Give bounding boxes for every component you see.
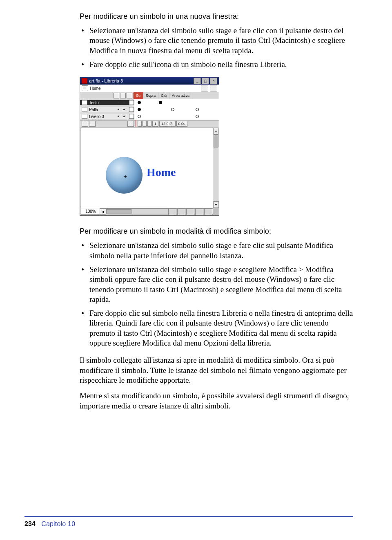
layer-name: Testo	[89, 100, 116, 105]
add-guide-button[interactable]	[89, 121, 96, 127]
footer-rule	[24, 516, 353, 517]
list-item: Selezionare un'istanza del simbolo sullo…	[89, 26, 353, 56]
list-item: Selezionare un'istanza del simbolo sullo…	[89, 241, 353, 261]
keyframe-icon[interactable]	[159, 101, 162, 104]
paragraph: Mentre si sta modificando un simbolo, è …	[80, 391, 353, 411]
titlebar: art.fla - Libreria:3 _ ▢ ×	[80, 77, 219, 85]
keyframe-icon[interactable]	[196, 108, 199, 111]
scroll-down-icon[interactable]: ▼	[213, 201, 219, 208]
eye-toggle-icon[interactable]	[114, 93, 119, 98]
window-title: art.fla - Libreria:3	[89, 78, 192, 83]
maximize-button[interactable]: ▢	[202, 78, 209, 84]
fps-label: 12.0 f/s	[159, 121, 176, 127]
layer-row[interactable]: Palla	[80, 106, 219, 113]
chapter-label: Capitolo 10	[41, 520, 75, 527]
onion-outline-button[interactable]	[143, 121, 147, 127]
scroll-thumb[interactable]	[214, 134, 218, 147]
layer-track[interactable]	[134, 106, 219, 113]
scroll-thumb[interactable]	[106, 209, 131, 214]
current-frame: 1	[152, 121, 158, 127]
status-icon	[168, 209, 176, 215]
status-icons	[168, 209, 212, 214]
page-footer: 234 Capitolo 10	[0, 516, 392, 528]
layer-track[interactable]	[134, 113, 219, 120]
keyframe-icon[interactable]	[171, 108, 174, 111]
add-layer-button[interactable]	[82, 121, 88, 127]
bullet-list-1: Selezionare un'istanza del simbolo sullo…	[80, 26, 353, 69]
ball-symbol[interactable]	[106, 157, 143, 194]
list-item: Fare doppio clic sull'icona di un simbol…	[89, 60, 353, 69]
scroll-left-icon[interactable]: ◀	[100, 209, 106, 214]
toolbar-button[interactable]	[210, 85, 217, 91]
layer-icon	[82, 107, 87, 112]
outline-color-icon[interactable]	[129, 107, 134, 112]
window-buttons: _ ▢ ×	[194, 78, 217, 84]
list-item: Fare doppio clic sul simbolo nella fines…	[89, 308, 353, 348]
app-icon	[82, 78, 87, 84]
stage[interactable]: Home	[81, 128, 213, 214]
page: Per modificare un simbolo in una nuova f…	[0, 0, 392, 540]
toolbar-button[interactable]	[201, 85, 208, 91]
outline-color-icon[interactable]	[129, 114, 134, 119]
list-item: Selezionare un'istanza del simbolo sullo…	[89, 265, 353, 304]
bullet-list-2: Selezionare un'istanza del simbolo sullo…	[80, 241, 353, 348]
tab-giu[interactable]: Giù	[158, 92, 169, 99]
layer-name: Palla	[89, 107, 116, 112]
layer-icon	[82, 100, 87, 105]
layer-icon	[82, 114, 87, 119]
tab-su[interactable]: Su	[134, 92, 143, 99]
lock-toggle-icon[interactable]	[120, 93, 126, 98]
heading-section-2: Per modificare un simbolo in modalità di…	[80, 227, 353, 236]
outline-color-icon[interactable]	[129, 100, 134, 105]
keyframe-icon[interactable]	[196, 115, 199, 118]
scroll-up-icon[interactable]: ▲	[213, 128, 219, 134]
timeline-footer: 1 12.0 f/s 0.0s	[80, 120, 219, 127]
paragraph: Il simbolo collegato all'istanza si apre…	[80, 355, 353, 385]
tab-area[interactable]: Area attiva	[169, 92, 192, 99]
minimize-button[interactable]: _	[194, 78, 201, 84]
status-icon	[204, 209, 212, 215]
elapsed-time: 0.0s	[176, 121, 187, 127]
layer-track[interactable]	[134, 99, 219, 106]
onion-skin-button[interactable]	[138, 121, 142, 127]
keyframe-icon[interactable]	[138, 115, 141, 118]
timeline-header: Su Sopra Giù Area attiva	[80, 92, 219, 99]
delete-layer-button[interactable]	[127, 121, 134, 127]
outline-toggle-icon[interactable]	[127, 93, 132, 98]
status-icon	[195, 209, 203, 215]
stage-area: Home ▲ ▼ 100% ◀ ▶	[80, 127, 219, 215]
heading-section-1: Per modificare un simbolo in una nuova f…	[80, 12, 353, 21]
layers-panel: Testo Palla	[80, 99, 219, 127]
screenshot-window: art.fla - Libreria:3 _ ▢ × Home Su Sopra…	[80, 77, 219, 216]
layer-row[interactable]: Testo	[80, 99, 219, 106]
close-button[interactable]: ×	[210, 78, 217, 84]
home-text[interactable]: Home	[147, 166, 176, 179]
edit-frames-button[interactable]	[147, 121, 151, 127]
keyframe-icon[interactable]	[138, 101, 141, 104]
zoom-level[interactable]: 100%	[81, 208, 100, 214]
breadcrumb[interactable]: Home	[90, 86, 101, 91]
keyframe-icon[interactable]	[138, 108, 141, 111]
status-icon	[186, 209, 194, 215]
layer-name: Livello 3	[89, 114, 116, 119]
page-number: 234	[24, 520, 36, 527]
scene-icon	[82, 85, 88, 91]
vertical-scrollbar[interactable]: ▲ ▼	[213, 128, 219, 208]
layer-row[interactable]: Livello 3	[80, 113, 219, 120]
status-icon	[177, 209, 185, 215]
tab-sopra[interactable]: Sopra	[143, 92, 158, 99]
breadcrumb-bar: Home	[80, 85, 219, 92]
